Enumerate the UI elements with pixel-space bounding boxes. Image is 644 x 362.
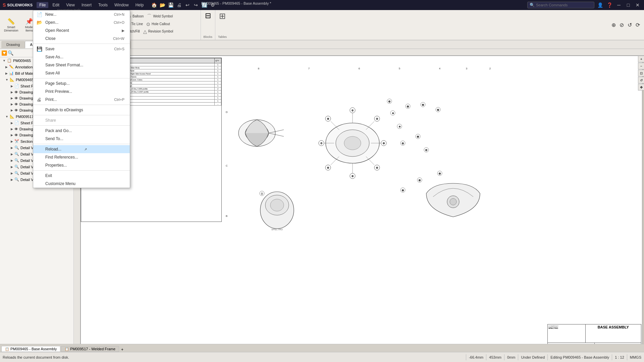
menu-item-find-refs[interactable]: Find References... [33,153,130,161]
menu-insert[interactable]: Insert [79,2,94,8]
pan-btn[interactable]: ✥ [638,84,644,90]
separator-5 [33,125,130,126]
maximize-icon[interactable]: □ [625,1,632,9]
menu-edit[interactable]: Edit [50,2,62,8]
menu-item-publish[interactable]: Publish to eDrawings [33,106,130,114]
bottom-tab-base-assembly[interactable]: 📋 PM009465 - Base Assembly [1,346,60,352]
canvas-area[interactable]: ITEM NO. PART NUMBER DESCRIPTION QTY 1PM… [74,49,644,352]
svg-text:⑩: ⑩ [399,126,400,128]
tree-arrow-dv3: ▶ [11,103,13,106]
view-icon-3[interactable]: ↺ [626,21,633,29]
menu-item-print[interactable]: 🖨 Print... Ctrl+P [33,96,130,104]
menu-window[interactable]: Window [112,2,131,8]
menu-item-exit[interactable]: Exit [33,172,130,180]
status-editing: Editing PM009465 - Base Assembly [550,355,609,359]
menu-item-close[interactable]: Close Ctrl+W [33,35,130,43]
menu-item-save[interactable]: 💾 Save Ctrl+S [33,45,130,53]
status-scale: 1 : 12 [615,355,624,359]
help-icon[interactable]: ❓ [606,1,613,9]
view-icon-1[interactable]: ⊕ [610,21,617,29]
bottom-tab-welded-frame[interactable]: 📋 PM009517 - Welded Frame [61,346,119,352]
reload-cursor: ↗ [84,147,87,151]
svg-text:C: C [226,164,228,167]
toolbar-right: ⊕ ⊘ ↺ ⟳ [610,10,644,40]
tab-add-btn[interactable]: + [121,347,123,352]
menu-item-print-preview[interactable]: Print Preview... [33,87,130,96]
menu-item-close-label: Close [45,36,56,41]
menu-item-save-sheet-format[interactable]: Save Sheet Format... [33,61,130,69]
svg-text:7: 7 [308,67,310,70]
menu-item-save-all[interactable]: Save All [33,69,130,77]
minimize-icon[interactable]: ─ [615,1,623,9]
svg-text:①: ① [352,109,354,112]
blocks-section: ⊟ Blocks [201,10,216,40]
revision-symbol-btn[interactable]: △ Revision Symbol [142,28,174,35]
hole-callout-btn[interactable]: ⊙ Hole Callout [145,21,171,27]
filter-icon[interactable]: 🔽 [1,50,7,56]
smart-dimension-icon: 📏 [7,18,15,25]
menu-item-pack-go[interactable]: Pack and Go... [33,127,130,135]
tree-arrow-sheet1: ▶ [11,84,13,88]
search-input[interactable] [536,3,590,7]
status-divider-5 [547,354,548,360]
menu-item-new[interactable]: 📄 New... Ctrl+N [33,10,130,18]
menu-item-share-label: Share [45,118,56,123]
tree-icon-annotations: ✏️ [9,65,14,69]
menu-item-open[interactable]: 📂 Open... Ctrl+O [33,18,130,26]
menu-item-open-recent-label: Open Recent [45,28,69,33]
view-icon-4[interactable]: ⟳ [634,21,641,29]
svg-text:6: 6 [359,67,360,70]
app-logo: S SOLIDWORKS [3,2,33,8]
tables-icon[interactable]: ⊞ [219,11,226,21]
menu-item-send-to[interactable]: Send To... [33,135,130,143]
status-divider-7 [627,354,627,360]
tree-label-pm009465: PM009465 [13,59,31,63]
blocks-icon[interactable]: ⊟ [205,11,211,20]
menu-item-print-preview-label: Print Preview... [45,89,72,94]
drawing-canvas[interactable]: ITEM NO. PART NUMBER DESCRIPTION QTY 1PM… [80,56,642,350]
bottom-tabs: 📋 PM009465 - Base Assembly 📋 PM009517 - … [0,344,644,352]
menu-file[interactable]: File [37,2,48,8]
user-icon[interactable]: 👤 [596,1,604,9]
search-box[interactable]: 🔍 [527,2,594,8]
tree-icon-dv5: 👁 [14,127,18,131]
menu-item-page-setup[interactable]: Page Setup... [33,79,130,87]
rotate-btn[interactable]: ↺ [638,77,644,83]
svg-text:⑧: ⑧ [327,118,329,120]
smart-dimension-btn[interactable]: 📏 SmartDimension [1,17,21,33]
svg-text:B: B [226,215,227,218]
tree-arrow-dv5: ▶ [11,127,13,131]
menu-view[interactable]: View [63,2,77,8]
menu-item-save-as[interactable]: Save As... [33,53,130,61]
tree-arrow-dv1: ▶ [11,90,13,94]
model-items-icon: 📌 [25,18,33,25]
search-tree-icon[interactable]: 🔍 [8,50,13,56]
zoom-out-btn[interactable]: − [638,63,644,69]
file-menu-dropdown[interactable]: 📄 New... Ctrl+N 📂 Open... Ctrl+O Open Re… [33,10,130,188]
weld-symbol-btn[interactable]: ⌒ Weld Symbol [146,13,174,20]
close-shortcut: Ctrl+W [113,37,124,41]
zoom-in-btn[interactable]: + [638,56,644,62]
save-menu-icon: 💾 [37,46,42,52]
tree-icon-detail-c: 🔍 [14,171,19,175]
menu-item-open-recent[interactable]: Open Recent ▶ [33,26,130,35]
menu-item-properties[interactable]: Properties... [33,161,130,169]
status-divider-6 [612,354,612,360]
menu-item-save-all-label: Save All [45,71,60,75]
menu-item-properties-label: Properties... [45,163,67,168]
status-divider-3 [504,354,504,360]
app-logo-text: SOLIDWORKS [7,3,33,7]
menu-tools[interactable]: Tools [96,2,110,8]
menu-item-send-to-label: Send To... [45,136,63,141]
tab-drawing[interactable]: Drawing [1,41,25,48]
menu-item-reload[interactable]: Reload... ↗ [33,145,130,153]
menu-item-page-setup-label: Page Setup... [45,81,70,86]
menu-item-customize[interactable]: Customize Menu [33,180,130,188]
close-icon[interactable]: ✕ [634,1,641,9]
menu-help[interactable]: Help [133,2,147,8]
separator-4 [33,115,130,115]
tree-arrow-detail-e: ▶ [11,165,13,169]
tree-arrow-pm009465: ▼ [3,59,6,62]
view-icon-2[interactable]: ⊘ [618,21,625,29]
fit-btn[interactable]: ⊡ [638,70,644,76]
